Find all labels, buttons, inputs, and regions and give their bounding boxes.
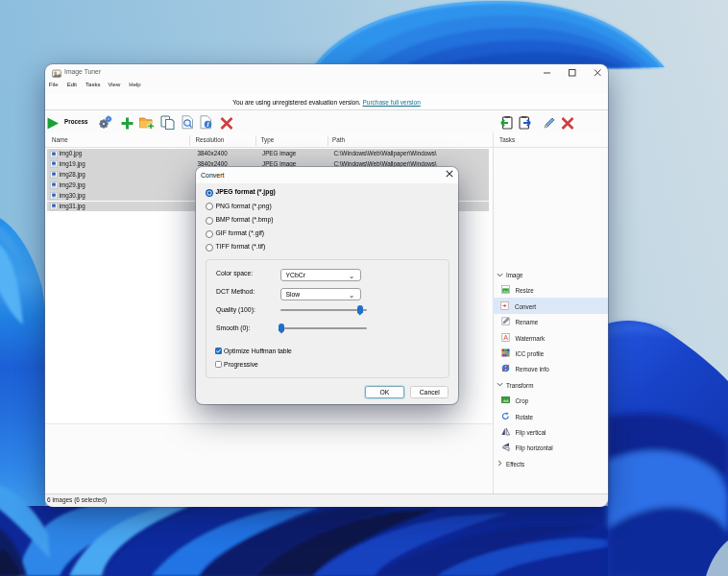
- svg-text:A: A: [503, 334, 508, 341]
